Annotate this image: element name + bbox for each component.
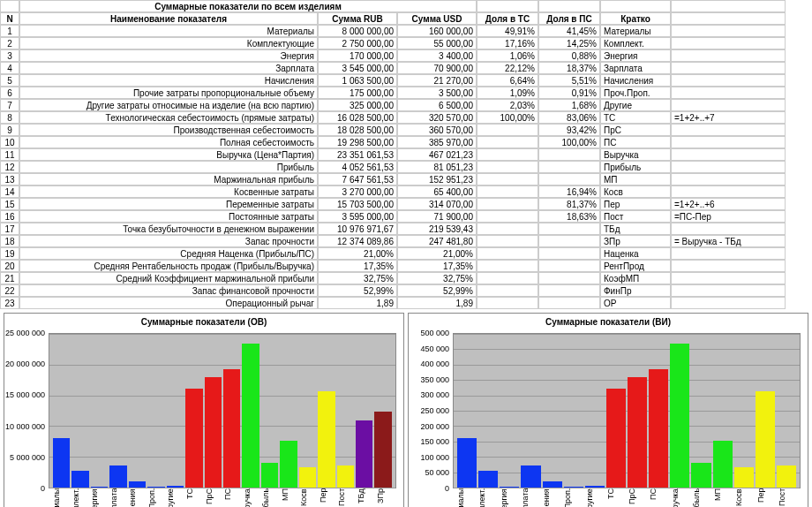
row-name-21[interactable]: Запас финансовой прочности bbox=[19, 284, 318, 297]
row-rub-10[interactable]: 23 351 061,53 bbox=[318, 148, 397, 161]
row-num-15[interactable]: 16 bbox=[0, 210, 19, 223]
row-extra-12[interactable] bbox=[671, 173, 786, 185]
row-tc-17[interactable] bbox=[477, 235, 538, 247]
row-pc-3[interactable]: 18,37% bbox=[538, 62, 600, 74]
row-pc-13[interactable]: 16,94% bbox=[538, 185, 600, 198]
row-rub-22[interactable]: 1,89 bbox=[318, 297, 397, 309]
row-num-16[interactable]: 17 bbox=[0, 223, 19, 235]
row-rub-0[interactable]: 8 000 000,00 bbox=[318, 25, 397, 37]
row-short-21[interactable]: ФинПр bbox=[600, 284, 671, 297]
row-short-10[interactable]: Выручка bbox=[600, 148, 671, 161]
row-usd-10[interactable]: 467 021,23 bbox=[397, 148, 477, 161]
row-short-4[interactable]: Начисления bbox=[600, 74, 671, 87]
row-tc-2[interactable]: 1,06% bbox=[477, 49, 538, 62]
row-tc-3[interactable]: 22,12% bbox=[477, 62, 538, 74]
row-pc-12[interactable] bbox=[538, 173, 600, 185]
row-name-20[interactable]: Средний Коэффициент маржинальной прибыли bbox=[19, 272, 318, 284]
row-usd-15[interactable]: 71 900,00 bbox=[397, 210, 477, 223]
row-usd-22[interactable]: 1,89 bbox=[397, 297, 477, 309]
row-tc-20[interactable] bbox=[477, 272, 538, 284]
row-name-19[interactable]: Средняя Рентабельность продаж (Прибыль/В… bbox=[19, 260, 318, 272]
row-extra-19[interactable] bbox=[671, 260, 786, 272]
row-short-2[interactable]: Энергия bbox=[600, 49, 671, 62]
row-usd-18[interactable]: 21,00% bbox=[397, 247, 477, 260]
row-pc-9[interactable]: 100,00% bbox=[538, 136, 600, 148]
row-rub-15[interactable]: 3 595 000,00 bbox=[318, 210, 397, 223]
row-pc-19[interactable] bbox=[538, 260, 600, 272]
col-header-0[interactable]: N bbox=[0, 12, 19, 25]
row-tc-1[interactable]: 17,16% bbox=[477, 37, 538, 49]
row-num-8[interactable]: 9 bbox=[0, 124, 19, 136]
row-name-5[interactable]: Прочие затраты пропорциональные объему bbox=[19, 87, 318, 99]
row-usd-14[interactable]: 314 070,00 bbox=[397, 198, 477, 210]
row-name-10[interactable]: Выручка (Цена*Партия) bbox=[19, 148, 318, 161]
row-name-7[interactable]: Технологическая себестоимость (прямые за… bbox=[19, 111, 318, 124]
row-tc-5[interactable]: 1,09% bbox=[477, 87, 538, 99]
col-header-4[interactable]: Доля в ТС bbox=[477, 12, 538, 25]
row-name-1[interactable]: Комплектующие bbox=[19, 37, 318, 49]
row-rub-11[interactable]: 4 052 561,53 bbox=[318, 161, 397, 173]
row-num-3[interactable]: 4 bbox=[0, 62, 19, 74]
row-extra-11[interactable] bbox=[671, 161, 786, 173]
row-num-19[interactable]: 20 bbox=[0, 260, 19, 272]
row-num-17[interactable]: 18 bbox=[0, 235, 19, 247]
row-tc-14[interactable] bbox=[477, 198, 538, 210]
row-short-20[interactable]: КоэфМП bbox=[600, 272, 671, 284]
col-header-3[interactable]: Сумма USD bbox=[397, 12, 477, 25]
row-pc-16[interactable] bbox=[538, 223, 600, 235]
row-usd-5[interactable]: 3 500,00 bbox=[397, 87, 477, 99]
row-pc-22[interactable] bbox=[538, 297, 600, 309]
row-short-15[interactable]: Пост bbox=[600, 210, 671, 223]
col-header-6[interactable]: Кратко bbox=[600, 12, 671, 25]
col-header-2[interactable]: Сумма RUB bbox=[318, 12, 397, 25]
col-header-1[interactable]: Наименование показателя bbox=[19, 12, 318, 25]
row-short-18[interactable]: Наценка bbox=[600, 247, 671, 260]
row-tc-16[interactable] bbox=[477, 223, 538, 235]
row-extra-13[interactable] bbox=[671, 185, 786, 198]
row-short-8[interactable]: ПрС bbox=[600, 124, 671, 136]
row-tc-7[interactable]: 100,00% bbox=[477, 111, 538, 124]
row-rub-17[interactable]: 12 374 089,86 bbox=[318, 235, 397, 247]
row-extra-8[interactable] bbox=[671, 124, 786, 136]
row-num-22[interactable]: 23 bbox=[0, 297, 19, 309]
row-pc-17[interactable] bbox=[538, 235, 600, 247]
row-num-18[interactable]: 19 bbox=[0, 247, 19, 260]
row-extra-5[interactable] bbox=[671, 87, 786, 99]
row-pc-8[interactable]: 93,42% bbox=[538, 124, 600, 136]
row-rub-4[interactable]: 1 063 500,00 bbox=[318, 74, 397, 87]
row-pc-14[interactable]: 81,37% bbox=[538, 198, 600, 210]
row-rub-1[interactable]: 2 750 000,00 bbox=[318, 37, 397, 49]
row-extra-22[interactable] bbox=[671, 297, 786, 309]
row-short-13[interactable]: Косв bbox=[600, 185, 671, 198]
row-num-13[interactable]: 14 bbox=[0, 185, 19, 198]
row-pc-6[interactable]: 1,68% bbox=[538, 99, 600, 111]
row-pc-4[interactable]: 5,51% bbox=[538, 74, 600, 87]
row-pc-15[interactable]: 18,63% bbox=[538, 210, 600, 223]
row-pc-0[interactable]: 41,45% bbox=[538, 25, 600, 37]
row-num-14[interactable]: 15 bbox=[0, 198, 19, 210]
row-usd-17[interactable]: 247 481,80 bbox=[397, 235, 477, 247]
row-pc-18[interactable] bbox=[538, 247, 600, 260]
row-pc-1[interactable]: 14,25% bbox=[538, 37, 600, 49]
row-pc-11[interactable] bbox=[538, 161, 600, 173]
row-extra-16[interactable] bbox=[671, 223, 786, 235]
row-name-2[interactable]: Энергия bbox=[19, 49, 318, 62]
row-pc-21[interactable] bbox=[538, 284, 600, 297]
row-usd-3[interactable]: 70 900,00 bbox=[397, 62, 477, 74]
row-num-5[interactable]: 6 bbox=[0, 87, 19, 99]
row-rub-18[interactable]: 21,00% bbox=[318, 247, 397, 260]
row-rub-14[interactable]: 15 703 500,00 bbox=[318, 198, 397, 210]
row-tc-13[interactable] bbox=[477, 185, 538, 198]
row-rub-3[interactable]: 3 545 000,00 bbox=[318, 62, 397, 74]
row-short-3[interactable]: Зарплата bbox=[600, 62, 671, 74]
row-pc-2[interactable]: 0,88% bbox=[538, 49, 600, 62]
row-short-11[interactable]: Прибыль bbox=[600, 161, 671, 173]
row-tc-8[interactable] bbox=[477, 124, 538, 136]
row-name-0[interactable]: Материалы bbox=[19, 25, 318, 37]
row-extra-2[interactable] bbox=[671, 49, 786, 62]
row-extra-20[interactable] bbox=[671, 272, 786, 284]
row-extra-0[interactable] bbox=[671, 25, 786, 37]
row-usd-4[interactable]: 21 270,00 bbox=[397, 74, 477, 87]
row-name-4[interactable]: Начисления bbox=[19, 74, 318, 87]
row-extra-18[interactable] bbox=[671, 247, 786, 260]
